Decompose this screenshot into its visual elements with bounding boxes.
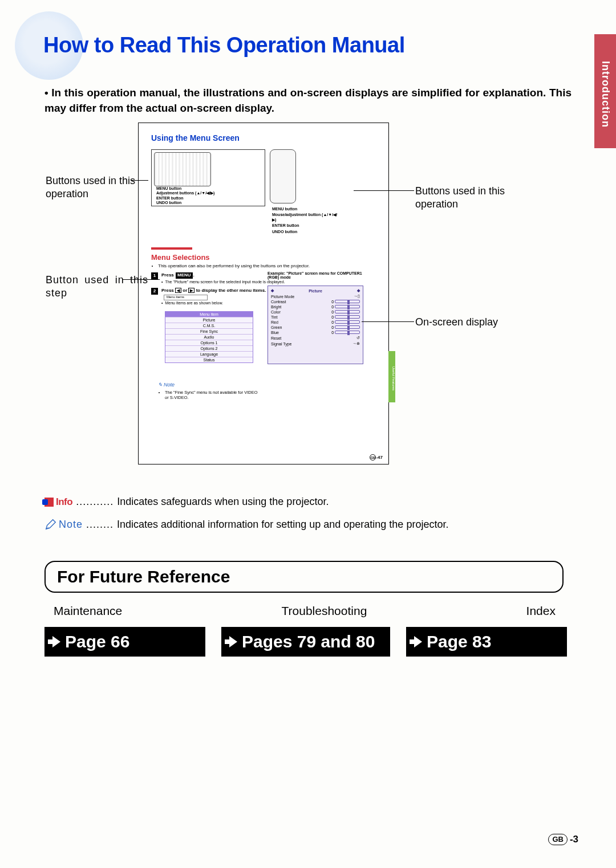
projector-illustration (154, 152, 211, 186)
gb-badge: GB (548, 834, 568, 845)
ref-troubleshooting: Troubleshooting (282, 604, 367, 618)
diagram-note-text: The "Fine Sync" menu is not available fo… (158, 390, 261, 400)
example-caption: Example: "Picture" screen menu for COMPU… (268, 271, 370, 279)
menu-item-row: Options 1 (165, 340, 253, 345)
manual-page-diagram: Using the Menu Screen MENU button Adjust… (138, 123, 389, 464)
info-icon: Info (44, 496, 72, 508)
callout-line (362, 321, 414, 322)
page-title-wrap: How to Read This Operation Manual (16, 16, 575, 73)
osd-title: Picture (309, 289, 322, 293)
menu-item-row: Options 2 (165, 345, 253, 351)
page-footer: GB -3 (548, 834, 578, 845)
callout-line (354, 190, 414, 191)
page-link-83[interactable]: Page 83 (406, 627, 567, 657)
menu-items-header: Menu item (165, 312, 253, 317)
label-undo-button: UNDO button (156, 201, 262, 205)
menu-item-row: C.M.S. (165, 323, 253, 328)
menu-button-inline: MENU (176, 272, 193, 278)
menu-selections-note: This operation can also be performed by … (158, 263, 382, 269)
menu-item-row: Language (165, 351, 253, 357)
callout-buttons-used-right: Buttons used in this operation (415, 185, 524, 210)
red-separator (151, 247, 192, 250)
label-adjustment-buttons: Adjustment buttons (▲/▼/◀/▶) (156, 191, 262, 195)
callout-button-used-step: Button used in this step (46, 274, 148, 299)
menu-item-row: Fine Sync (165, 328, 253, 334)
step-2-menu-items-strip: Menu items (164, 295, 208, 300)
menu-selections-heading: Menu Selections (151, 253, 210, 262)
menu-item-row: Audio (165, 334, 253, 340)
reference-columns: Maintenance Troubleshooting Index (54, 604, 556, 618)
callout-buttons-used-left: Buttons used in this operation (46, 174, 148, 200)
info-description: Indicates safeguards when using the proj… (117, 496, 329, 508)
label-enter-button: ENTER button (156, 196, 262, 201)
page-button-row: Page 66 Pages 79 and 80 Page 83 (44, 627, 567, 657)
ref-index: Index (526, 604, 556, 618)
step-number-2: 2 (151, 288, 158, 295)
label-menu-button: MENU button (156, 186, 262, 191)
step-1-subtext: The "Picture" menu screen for the select… (165, 279, 285, 284)
page-number: -3 (570, 834, 578, 845)
step-2-text: Press ◀ or ▶ to display the other menu i… (161, 288, 266, 295)
callout-onscreen-display: On-screen display (415, 316, 529, 329)
intro-paragraph: • In this operation manual, the illustra… (44, 85, 572, 116)
note-description: Indicates additional information for set… (117, 519, 448, 531)
inner-page-number: GB-47 (370, 454, 383, 461)
diagram-note-label: ✎Note (158, 382, 175, 388)
remote-illustration (270, 149, 296, 203)
section-tab-introduction: Introduction (594, 34, 616, 148)
page-title: How to Read This Operation Manual (16, 16, 575, 58)
using-menu-heading: Using the Menu Screen (139, 123, 388, 147)
note-icon: Note (44, 518, 83, 531)
left-arrow-icon: ◀ (175, 288, 181, 293)
projector-illustration-box: MENU button Adjustment buttons (▲/▼/◀/▶)… (151, 149, 265, 206)
useful-features-tab: Useful Features (388, 351, 395, 402)
remote-illustration-box: MENU button Mouse/adjustment button (▲/▼… (270, 149, 338, 238)
ref-maintenance: Maintenance (54, 604, 122, 618)
label-mouse-adjustment: Mouse/adjustment button (▲/▼/◀/▶) (272, 213, 338, 222)
legend-section: Info ........... Indicates safeguards wh… (44, 496, 572, 541)
step-number-1: 1 (151, 272, 158, 279)
menu-item-row: Status (165, 357, 253, 362)
page-link-66[interactable]: Page 66 (44, 627, 205, 657)
page-link-79-80[interactable]: Pages 79 and 80 (221, 627, 390, 657)
future-reference-title: For Future Reference (57, 567, 230, 586)
arrow-right-icon (52, 636, 60, 647)
label-menu-button-remote: MENU button (272, 207, 297, 211)
arrow-right-icon (229, 636, 237, 647)
menu-items-table: Menu item Picture C.M.S. Fine Sync Audio… (165, 311, 253, 363)
callout-line (122, 279, 160, 280)
step-2-subtext: Menu items are as shown below. (165, 300, 223, 305)
label-undo-button-remote: UNDO button (272, 230, 297, 234)
step-1-text: Press MENU. (161, 272, 194, 279)
callout-line (131, 180, 148, 181)
right-arrow-icon: ▶ (188, 288, 194, 293)
future-reference-box: For Future Reference (44, 561, 564, 593)
menu-item-row: Picture (165, 317, 253, 323)
osd-screenshot: ◆Picture◆ Picture Mode→▯ Contrast0 Brigh… (268, 286, 363, 364)
arrow-right-icon (414, 636, 422, 647)
label-enter-button-remote: ENTER button (272, 223, 299, 228)
